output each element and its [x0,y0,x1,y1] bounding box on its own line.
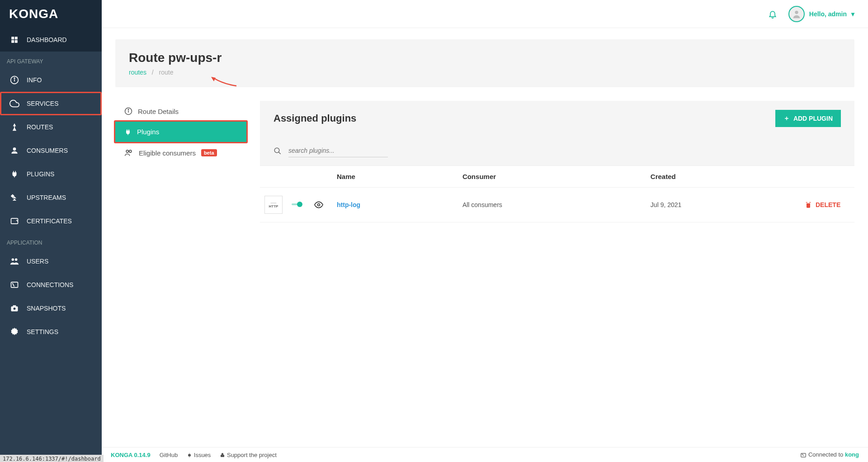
camera-icon [9,303,20,314]
svg-point-10 [15,259,17,261]
sidebar-item-info[interactable]: INFO [0,68,102,92]
sidebar-item-upstreams[interactable]: UPSTREAMS [0,186,102,209]
sidebar-section-api-gateway: API GATEWAY [0,52,102,68]
dashboard-icon [9,34,20,45]
panel-header: Assigned plugins ＋ ADD PLUGIN [260,101,854,136]
svg-point-22 [274,148,279,153]
add-plugin-button[interactable]: ＋ ADD PLUGIN [775,110,841,127]
footer-support-link[interactable]: Support the project [220,452,276,458]
footer-github-link[interactable]: GitHub [160,452,178,458]
tab-route-details[interactable]: Route Details [115,101,246,122]
svg-rect-0 [11,37,14,39]
plugin-consumer-cell: All consumers [458,188,646,222]
delete-button[interactable]: DELETE [805,201,850,208]
info-icon [124,107,132,115]
tab-label: Eligible consumers [139,149,196,157]
svg-rect-1 [15,37,18,39]
svg-point-21 [129,150,132,152]
sidebar-item-snapshots[interactable]: SNAPSHOTS [0,297,102,320]
breadcrumb-separator: / [152,69,154,76]
gear-icon [9,326,20,337]
svg-point-25 [297,202,302,207]
footer-issues-link[interactable]: Issues [187,452,211,458]
user-greeting-text: Hello, admin [809,10,847,18]
beta-badge: beta [201,149,217,156]
tab-eligible-consumers[interactable]: Eligible consumers beta [115,142,246,164]
bell-icon[interactable] [768,9,777,19]
upstreams-icon [9,192,20,203]
breadcrumb-link-routes[interactable]: routes [129,69,146,76]
sidebar-item-users[interactable]: USERS [0,250,102,273]
search-bar [260,136,854,166]
svg-rect-8 [11,218,18,224]
sidebar: KONGA DASHBOARD API GATEWAY INFO SERVICE… [0,0,102,462]
sidebar-item-label: CONNECTIONS [27,281,73,288]
sidebar-item-settings[interactable]: SETTINGS [0,320,102,344]
certificates-icon [9,216,20,226]
tab-plugins[interactable]: Plugins [114,120,248,143]
sidebar-item-services[interactable]: SERVICES [0,92,102,115]
tab-label: Route Details [138,108,179,115]
footer-version: KONGA 0.14.9 [111,452,151,458]
delete-label: DELETE [816,201,840,208]
connections-icon [9,279,20,290]
plugin-name-link[interactable]: http-log [337,201,360,208]
page-title: Route pw-ups-r [129,51,841,65]
sidebar-section-application: APPLICATION [0,233,102,250]
svg-line-23 [278,152,281,154]
plugin-type-icon: ═══HTTP [264,196,283,214]
user-menu[interactable]: Hello, admin ▾ [788,6,854,22]
eye-icon[interactable] [314,200,328,209]
plug-icon [124,128,132,136]
plus-icon: ＋ [783,114,790,123]
plugins-panel: Assigned plugins ＋ ADD PLUGIN [260,101,854,222]
search-input[interactable] [288,144,388,157]
footer-kong-link[interactable]: kong [845,451,859,458]
footer-connection-status: Connected to kong [800,451,859,458]
page-header: Route pw-ups-r routes / route [115,39,854,87]
sidebar-item-label: DASHBOARD [27,36,67,43]
users-icon [9,256,20,267]
table-row: ═══HTTP http-log All consumers Jul 9, 20… [260,188,854,222]
plug-icon [9,169,20,179]
app-logo: KONGA [0,0,102,28]
sidebar-item-plugins[interactable]: PLUGINS [0,162,102,186]
svg-point-20 [126,150,128,152]
info-icon [9,75,20,85]
main-area: Hello, admin ▾ Route pw-ups-r routes / r… [102,0,868,462]
sidebar-item-label: SETTINGS [27,328,58,335]
svg-point-16 [795,10,798,14]
sidebar-item-label: CERTIFICATES [27,217,72,225]
panel-title: Assigned plugins [274,113,356,124]
svg-point-9 [12,259,14,261]
browser-statusbar: 172.16.6.146:1337/#!/dashboard [0,455,104,462]
svg-point-27 [188,454,191,457]
sidebar-item-certificates[interactable]: CERTIFICATES [0,209,102,233]
cloud-icon [9,98,20,109]
svg-point-19 [128,109,129,110]
svg-point-6 [14,78,15,79]
content: Route pw-ups-r routes / route Route Deta… [102,28,868,234]
svg-rect-3 [15,40,18,43]
svg-rect-14 [13,305,16,306]
sidebar-item-consumers[interactable]: CONSUMERS [0,139,102,162]
plugin-toggle[interactable] [292,201,304,207]
sidebar-item-label: ROUTES [27,123,53,131]
breadcrumb-current: route [159,69,174,76]
search-icon [274,147,282,155]
breadcrumb: routes / route [129,69,841,76]
column-header-created: Created [646,166,800,188]
users-icon [124,148,133,157]
sidebar-item-dashboard[interactable]: DASHBOARD [0,28,102,52]
sidebar-item-connections[interactable]: CONNECTIONS [0,273,102,297]
svg-point-7 [13,147,16,151]
svg-rect-2 [11,40,14,43]
plugin-created-cell: Jul 9, 2021 [646,188,800,222]
sidebar-item-label: UPSTREAMS [27,194,66,201]
sidebar-item-label: INFO [27,76,42,84]
chevron-down-icon: ▾ [851,10,854,18]
sidebar-item-routes[interactable]: ROUTES [0,115,102,139]
sidebar-item-label: USERS [27,258,48,265]
footer: KONGA 0.14.9 GitHub Issues Support the p… [102,447,868,462]
column-header-name: Name [332,166,458,188]
